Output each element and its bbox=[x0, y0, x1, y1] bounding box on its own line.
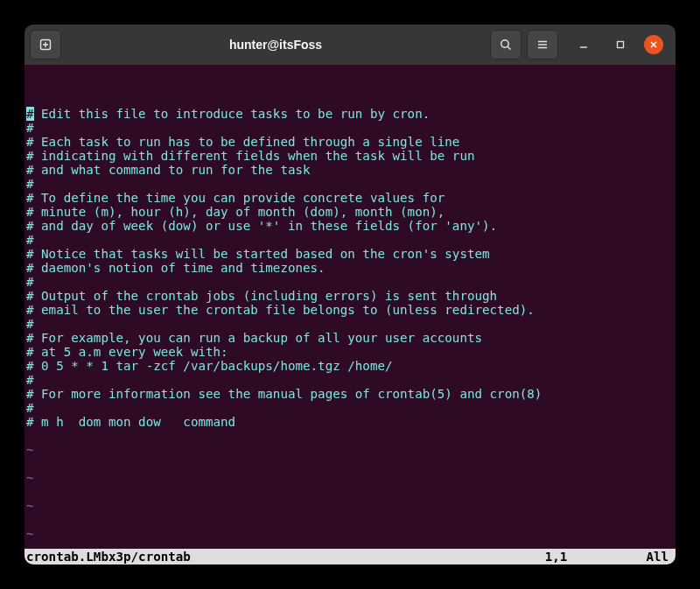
svg-line-4 bbox=[508, 46, 510, 49]
editor-line: # minute (m), hour (h), day of month (do… bbox=[26, 205, 444, 219]
empty-line-tilde: ~ bbox=[26, 443, 34, 457]
editor-line: # bbox=[26, 401, 34, 415]
editor-line: # For more information see the manual pa… bbox=[26, 387, 542, 401]
maximize-icon bbox=[615, 39, 626, 50]
empty-line-tilde: ~ bbox=[26, 527, 34, 541]
empty-line-tilde: ~ bbox=[26, 499, 34, 513]
titlebar: hunter@itsFoss bbox=[24, 25, 676, 65]
new-tab-icon bbox=[38, 38, 52, 52]
editor-line: # bbox=[26, 317, 34, 331]
editor-line: # bbox=[26, 233, 34, 247]
editor-line: # and day of week (dow) or use '*' in th… bbox=[26, 219, 497, 233]
editor-line: # Output of the crontab jobs (including … bbox=[26, 289, 497, 303]
search-icon bbox=[499, 38, 513, 52]
editor-line: # bbox=[26, 177, 34, 191]
svg-point-3 bbox=[501, 40, 508, 47]
status-filename: crontab.LMbx3p/crontab bbox=[26, 549, 191, 564]
editor-line: # at 5 a.m every week with: bbox=[26, 345, 228, 359]
window-title: hunter@itsFoss bbox=[66, 38, 485, 52]
editor-line: # bbox=[26, 373, 34, 387]
editor-line: # Notice that tasks will be started base… bbox=[26, 247, 490, 261]
editor-line: Edit this file to introduce tasks to be … bbox=[34, 107, 430, 121]
window-controls bbox=[564, 30, 670, 60]
vim-status-line: crontab.LMbx3p/crontab 1,1 All bbox=[24, 549, 676, 564]
status-position: 1,1 bbox=[545, 549, 647, 564]
maximize-button[interactable] bbox=[607, 30, 634, 60]
minimize-icon bbox=[578, 39, 589, 50]
search-button[interactable] bbox=[490, 30, 522, 60]
close-icon bbox=[649, 40, 658, 49]
editor-line: # To define the time you can provide con… bbox=[26, 191, 444, 205]
close-button[interactable] bbox=[644, 35, 663, 54]
cursor: # bbox=[26, 107, 34, 121]
menu-icon bbox=[536, 38, 550, 52]
editor-line: # 0 5 * * 1 tar -zcf /var/backups/home.t… bbox=[26, 359, 393, 373]
minimize-button[interactable] bbox=[570, 30, 597, 60]
editor-line: # bbox=[26, 275, 34, 289]
editor-line: # email to the user the crontab file bel… bbox=[26, 303, 535, 317]
editor-line: # m h dom mon dow command bbox=[26, 415, 235, 429]
editor-line: # Each task to run has to be defined thr… bbox=[26, 135, 459, 149]
editor-line: # and what command to run for the task bbox=[26, 163, 311, 177]
editor-line: # For example, you can run a backup of a… bbox=[26, 331, 482, 345]
empty-line-tilde: ~ bbox=[26, 471, 34, 485]
editor-line: # bbox=[26, 121, 34, 135]
terminal-body[interactable]: # Edit this file to introduce tasks to b… bbox=[24, 65, 676, 564]
new-tab-button[interactable] bbox=[30, 30, 61, 60]
editor-content: # Edit this file to introduce tasks to b… bbox=[24, 93, 676, 564]
status-scroll: All bbox=[646, 549, 674, 564]
editor-line: # daemon's notion of time and timezones. bbox=[26, 261, 326, 275]
svg-rect-9 bbox=[618, 42, 624, 48]
editor-line: # indicating with different fields when … bbox=[26, 149, 475, 163]
terminal-window: hunter@itsFoss bbox=[24, 25, 676, 564]
menu-button[interactable] bbox=[527, 30, 558, 60]
